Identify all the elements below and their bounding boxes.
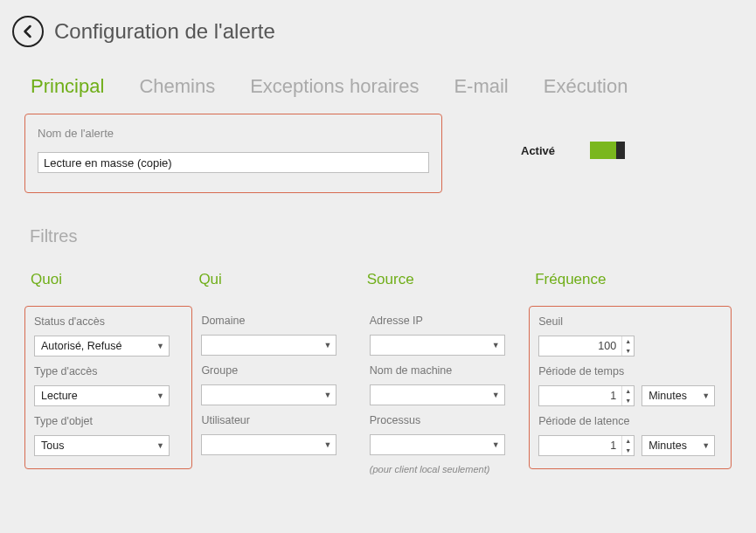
seuil-stepper[interactable]: 100 ▲ ▼ [538, 336, 635, 356]
domaine-label: Domaine [201, 315, 351, 327]
column-title-source: Source [367, 271, 529, 288]
utilisateur-combo[interactable]: ▼ [201, 434, 336, 455]
periode-latence-value: 1 [539, 440, 621, 452]
tab-exceptions-horaires[interactable]: Exceptions horaires [250, 75, 419, 98]
periode-latence-down-button[interactable]: ▼ [622, 446, 634, 455]
tab-chemins[interactable]: Chemins [139, 75, 215, 98]
seuil-value: 100 [539, 340, 621, 352]
periode-temps-down-button[interactable]: ▼ [622, 396, 634, 405]
source-group: Adresse IP ▼ Nom de machine ▼ Processus [361, 306, 529, 487]
periode-latence-label: Période de latence [538, 415, 722, 427]
type-objet-label: Type d'objet [34, 415, 183, 427]
seuil-down-button[interactable]: ▼ [622, 346, 634, 356]
tab-principal[interactable]: Principal [31, 75, 104, 98]
domaine-combo[interactable]: ▼ [201, 335, 336, 356]
alert-name-group: Nom de l'alerte [24, 114, 442, 193]
chevron-down-icon: ▼ [156, 342, 164, 350]
adresse-ip-label: Adresse IP [370, 315, 520, 327]
type-acces-combo[interactable]: Lecture ▼ [34, 385, 170, 406]
chevron-down-icon: ▼ [323, 341, 331, 350]
groupe-combo[interactable]: ▼ [201, 384, 336, 405]
alert-name-label: Nom de l'alerte [38, 127, 429, 140]
chevron-down-icon: ▼ [156, 391, 164, 400]
nom-machine-label: Nom de machine [370, 364, 520, 377]
qui-group: Domaine ▼ Groupe ▼ Utilisateur [192, 306, 360, 467]
periode-temps-label: Période de temps [538, 365, 722, 377]
chevron-down-icon: ▼ [702, 441, 710, 450]
periode-latence-unit-value: Minutes [648, 440, 687, 452]
groupe-label: Groupe [201, 364, 351, 377]
page-title: Configuration de l'alerte [54, 19, 275, 44]
back-button[interactable] [12, 16, 44, 47]
source-note: (pour client local seulement) [370, 464, 520, 474]
column-title-qui: Qui [198, 271, 360, 288]
periode-latence-up-button[interactable]: ▲ [622, 436, 634, 446]
seuil-up-button[interactable]: ▲ [622, 336, 634, 346]
tab-execution[interactable]: Exécution [544, 75, 628, 98]
periode-temps-value: 1 [539, 390, 621, 402]
enabled-toggle[interactable] [590, 142, 625, 159]
status-acces-value: Autorisé, Refusé [41, 340, 121, 352]
periode-temps-unit-value: Minutes [648, 390, 687, 402]
column-title-frequence: Fréquence [535, 271, 732, 288]
chevron-down-icon: ▼ [702, 391, 710, 400]
processus-label: Processus [370, 414, 520, 426]
periode-latence-stepper[interactable]: 1 ▲ ▼ [538, 435, 635, 456]
periode-temps-up-button[interactable]: ▲ [622, 386, 634, 396]
toggle-knob [616, 142, 625, 159]
periode-latence-unit-combo[interactable]: Minutes ▼ [642, 435, 715, 456]
nom-machine-combo[interactable]: ▼ [370, 384, 505, 405]
type-objet-value: Tous [41, 440, 64, 452]
tabs: Principal Chemins Exceptions horaires E-… [0, 56, 756, 114]
periode-temps-unit-combo[interactable]: Minutes ▼ [642, 385, 715, 406]
type-objet-combo[interactable]: Tous ▼ [34, 435, 170, 456]
tab-email[interactable]: E-mail [454, 75, 508, 98]
quoi-group: Status d'accès Autorisé, Refusé ▼ Type d… [24, 306, 192, 469]
processus-combo[interactable]: ▼ [370, 434, 505, 455]
chevron-down-icon: ▼ [156, 441, 164, 450]
chevron-down-icon: ▼ [492, 391, 500, 399]
type-acces-label: Type d'accès [34, 365, 183, 377]
chevron-down-icon: ▼ [323, 440, 331, 449]
chevron-down-icon: ▼ [492, 341, 500, 350]
seuil-label: Seuil [538, 315, 722, 328]
column-title-quoi: Quoi [31, 271, 192, 288]
periode-temps-stepper[interactable]: 1 ▲ ▼ [538, 385, 635, 406]
arrow-left-icon [20, 24, 36, 39]
status-acces-combo[interactable]: Autorisé, Refusé ▼ [34, 336, 170, 356]
chevron-down-icon: ▼ [323, 391, 331, 399]
adresse-ip-combo[interactable]: ▼ [370, 335, 505, 356]
status-acces-label: Status d'accès [34, 315, 183, 328]
enabled-label: Activé [521, 144, 555, 157]
utilisateur-label: Utilisateur [201, 414, 351, 426]
filters-heading: Filtres [30, 226, 732, 246]
alert-name-input[interactable] [38, 152, 429, 173]
chevron-down-icon: ▼ [492, 440, 500, 449]
frequence-group: Seuil 100 ▲ ▼ Période de temps 1 [529, 306, 732, 469]
type-acces-value: Lecture [41, 390, 78, 402]
